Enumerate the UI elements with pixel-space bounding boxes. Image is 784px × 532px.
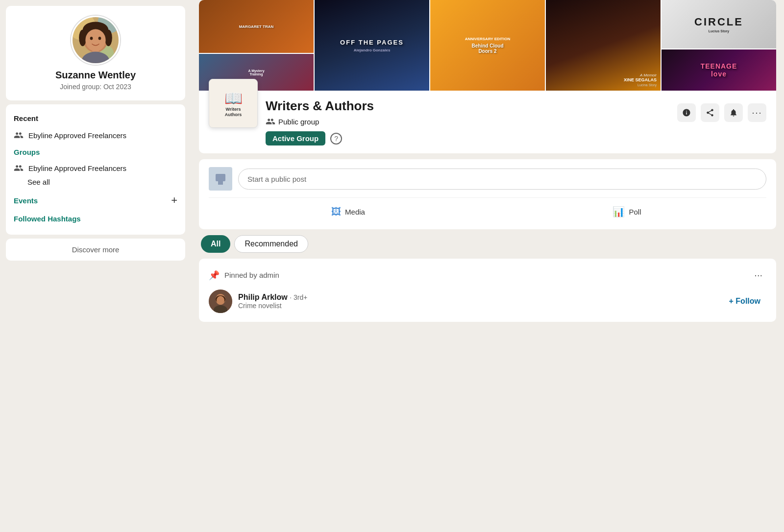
group-type-row: Public group <box>266 117 669 126</box>
cover-col-5: CIRCLE Lucius Story TEENAGElove <box>662 0 776 91</box>
pinned-by-text: Pinned by admin <box>224 271 745 279</box>
bell-icon <box>729 108 738 117</box>
pinned-header: 📌 Pinned by admin ··· <box>209 267 766 283</box>
pinned-post-card: 📌 Pinned by admin ··· Philip Arklow · 3r <box>199 259 776 322</box>
notifications-button[interactable] <box>724 103 743 122</box>
group-cover-card: MARGARET TRAN A MysteryTraining OFF THE … <box>199 0 776 153</box>
profile-card: Suzanne Wentley Joined group: Oct 2023 <box>6 6 185 100</box>
nav-card: Recent Ebyline Approved Freelancers Grou… <box>6 104 185 235</box>
post-menu-button[interactable]: ··· <box>750 267 766 283</box>
cover-col-4: A Memoir XINE SEGALAS Lucina Story <box>546 0 661 91</box>
post-actions-row: 🖼 Media 📊 Poll <box>209 197 766 221</box>
post-author-row: Philip Arklow · 3rd+ Crime novelist + Fo… <box>209 290 766 313</box>
tab-all[interactable]: All <box>201 235 230 253</box>
profile-name: Suzanne Wentley <box>55 70 136 81</box>
groups-icon-2 <box>14 163 24 173</box>
svg-point-11 <box>98 37 101 40</box>
group-type-icon <box>266 117 275 126</box>
svg-point-19 <box>217 296 224 305</box>
groups-section-link[interactable]: Groups <box>6 144 185 160</box>
follow-button[interactable]: + Follow <box>723 293 766 310</box>
recent-group-label: Ebyline Approved Freelancers <box>28 131 126 140</box>
book-cover-3: ANNIVERSARY EDITION Behind CloudDoors 2 <box>430 0 545 91</box>
events-label: Events <box>14 196 38 205</box>
share-icon <box>706 108 714 117</box>
hashtags-link[interactable]: Followed Hashtags <box>6 211 185 227</box>
group-logo: 📖 Writers Authors <box>209 79 258 128</box>
group-logo-area: 📖 Writers Authors Writers & Authors Publ… <box>199 91 776 153</box>
events-row[interactable]: Events + <box>6 190 185 211</box>
profile-joined: Joined group: Oct 2023 <box>60 83 131 91</box>
post-author-info: Philip Arklow · 3rd+ Crime novelist <box>238 293 717 310</box>
book-cover-7: TEENAGElove <box>662 49 776 91</box>
sidebar: Suzanne Wentley Joined group: Oct 2023 R… <box>0 0 191 532</box>
media-label: Media <box>345 208 365 216</box>
poll-button[interactable]: 📊 Poll <box>488 202 766 221</box>
post-input-row: Start a public post <box>209 167 766 191</box>
events-add-icon[interactable]: + <box>171 194 177 207</box>
post-author-name: Philip Arklow · 3rd+ <box>238 293 717 302</box>
cover-col-1: MARGARET TRAN A MysteryTraining <box>199 0 314 91</box>
help-icon[interactable]: ? <box>330 133 342 145</box>
group-title: Writers & Authors <box>266 98 669 114</box>
media-button[interactable]: 🖼 Media <box>209 202 488 221</box>
ellipsis-icon: ··· <box>752 108 762 118</box>
svg-point-7 <box>79 29 86 46</box>
book-cover-2: OFF THE PAGES Alejandro Gonzales <box>315 0 429 91</box>
cover-photos-grid: MARGARET TRAN A MysteryTraining OFF THE … <box>199 0 776 91</box>
filter-tabs: All Recommended <box>199 235 776 253</box>
more-options-button[interactable]: ··· <box>748 103 766 122</box>
see-all-link[interactable]: See all <box>6 176 185 190</box>
nav-item-group[interactable]: Ebyline Approved Freelancers <box>6 160 185 176</box>
recent-section-title: Recent <box>6 112 185 126</box>
author-degree: 3rd+ <box>294 293 307 301</box>
discover-more-link[interactable]: Discover more <box>6 239 185 261</box>
book-cover-4: A Memoir XINE SEGALAS Lucina Story <box>546 0 661 91</box>
svg-rect-15 <box>218 181 223 185</box>
group-type-text: Public group <box>278 118 319 126</box>
share-button[interactable] <box>701 103 719 122</box>
post-box: Start a public post 🖼 Media 📊 Poll <box>199 159 776 229</box>
avatar-placeholder-icon <box>213 171 228 186</box>
book-logo-icon: 📖 <box>224 90 243 107</box>
group-actions: ··· <box>677 98 766 122</box>
svg-point-9 <box>85 29 105 51</box>
nav-item-recent-group[interactable]: Ebyline Approved Freelancers <box>6 126 185 144</box>
svg-point-8 <box>105 29 112 46</box>
book-cover-5: CIRCLE Lucius Story <box>662 0 776 48</box>
info-button[interactable] <box>677 103 696 122</box>
post-avatar <box>209 167 232 191</box>
tab-recommended[interactable]: Recommended <box>234 235 308 253</box>
post-author-title: Crime novelist <box>238 302 717 310</box>
svg-point-10 <box>90 37 93 40</box>
book-cover-1: MARGARET TRAN <box>199 0 314 53</box>
main-content: MARGARET TRAN A MysteryTraining OFF THE … <box>191 0 784 532</box>
post-author-avatar <box>209 290 232 313</box>
group-logo-text: Writers Authors <box>225 107 242 118</box>
info-icon <box>682 108 691 117</box>
media-icon: 🖼 <box>331 206 341 218</box>
avatar <box>71 16 120 65</box>
groups-icon <box>14 130 24 140</box>
post-input[interactable]: Start a public post <box>238 169 766 190</box>
poll-icon: 📊 <box>612 206 625 218</box>
group-item-label: Ebyline Approved Freelancers <box>28 164 126 172</box>
group-badges: Active Group ? <box>266 131 669 145</box>
author-avatar-svg <box>209 290 232 313</box>
poll-label: Poll <box>629 208 641 216</box>
group-info: Writers & Authors Public group Active Gr… <box>266 98 669 145</box>
pin-icon: 📌 <box>209 270 220 281</box>
active-group-badge: Active Group <box>266 131 325 145</box>
svg-rect-14 <box>216 174 225 181</box>
cover-col-3: ANNIVERSARY EDITION Behind CloudDoors 2 <box>430 0 545 91</box>
cover-col-2: OFF THE PAGES Alejandro Gonzales <box>315 0 429 91</box>
